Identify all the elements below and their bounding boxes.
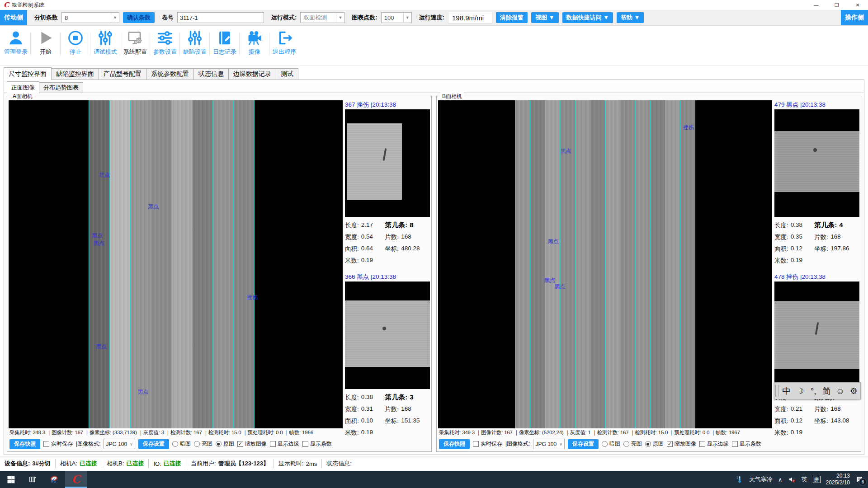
data-quick-access-menu-button[interactable]: 数据快捷访问 ▼ bbox=[562, 12, 613, 23]
camera-a-title: A面相机 bbox=[11, 93, 34, 100]
ime-language-bar[interactable]: 中☽°,简☺⚙ bbox=[774, 382, 861, 399]
checkbox-实时保存[interactable]: 实时保存 bbox=[43, 440, 73, 448]
control-label: 暗图 bbox=[609, 440, 620, 448]
ime-drag-handle[interactable] bbox=[775, 385, 778, 397]
tab-尺寸监控界面[interactable]: 尺寸监控界面 bbox=[4, 67, 52, 80]
tab-缺陷监控界面[interactable]: 缺陷监控界面 bbox=[51, 68, 99, 80]
image-format-select[interactable]: JPG 100∨ bbox=[104, 439, 135, 449]
toolbar-item-停止[interactable]: 停止 bbox=[61, 28, 90, 56]
film-strip bbox=[233, 100, 255, 428]
tab-系统参数配置[interactable]: 系统参数配置 bbox=[146, 68, 194, 80]
stat-pair: 米数:0.19 bbox=[774, 429, 814, 437]
checkbox-缩放图像[interactable]: ✓缩放图像 bbox=[237, 440, 267, 448]
user-icon bbox=[7, 29, 24, 47]
clock[interactable]: 20:132025/2/10 bbox=[826, 473, 850, 486]
toolbar-item-摄像[interactable]: 摄像 bbox=[240, 28, 269, 56]
start-button[interactable] bbox=[0, 471, 22, 488]
defect-card[interactable]: 366 黑点 |20:13:38长度:0.38第几条:3宽度:0.31片数:16… bbox=[345, 272, 430, 438]
defect-card[interactable]: 479 黑点 |20:13:38长度:0.38第几条:4宽度:0.35片数:16… bbox=[774, 100, 859, 266]
ime-chinese[interactable]: 中 bbox=[780, 387, 793, 395]
ime-punctuation-icon[interactable]: °, bbox=[807, 387, 820, 395]
snipping-tool-button[interactable] bbox=[43, 471, 65, 488]
film-strip bbox=[680, 100, 695, 428]
run-mode-select[interactable]: 双面检测▼ bbox=[300, 12, 344, 23]
checkbox-box bbox=[732, 441, 738, 447]
radio-亮图[interactable]: 亮图 bbox=[623, 440, 642, 448]
button-保存快照[interactable]: 保存快照 bbox=[439, 439, 470, 449]
help-menu-button[interactable]: 帮助 ▼ bbox=[617, 12, 644, 23]
volume-muted-icon[interactable] bbox=[788, 475, 796, 483]
ime-emoji-icon[interactable]: ☺ bbox=[834, 387, 847, 395]
hidden-icons-chevron[interactable]: ∧ bbox=[778, 476, 783, 483]
inspection-app-button[interactable]: C bbox=[65, 471, 87, 488]
checkbox-实时保存[interactable]: 实时保存 bbox=[473, 440, 502, 448]
stat-label: 第几条: bbox=[385, 221, 407, 230]
weather-text[interactable]: 天气寒冷 bbox=[749, 475, 773, 483]
chevron-down-icon: ▼ bbox=[403, 13, 410, 23]
button-保存快照[interactable]: 保存快照 bbox=[9, 439, 40, 449]
stat-pair: 宽度:0.54 bbox=[345, 233, 385, 241]
ime-moon-icon[interactable]: ☽ bbox=[793, 387, 807, 395]
action-center-icon[interactable]: 6 bbox=[855, 475, 863, 483]
ime-simplified[interactable]: 简 bbox=[820, 387, 834, 395]
ime-mode-indicator[interactable]: 拼 bbox=[813, 476, 821, 483]
chart-points-select[interactable]: 100▼ bbox=[381, 12, 412, 23]
drive-side-button[interactable]: 传动侧 bbox=[0, 10, 27, 25]
defect-header: 479 黑点 |20:13:38 bbox=[774, 100, 859, 109]
task-view-button[interactable] bbox=[22, 471, 43, 488]
defect-marker-label: 挫伤 bbox=[683, 124, 694, 131]
toolbar-item-管理登录[interactable]: 管理登录 bbox=[1, 28, 31, 56]
checkbox-缩放图像[interactable]: ✓缩放图像 bbox=[667, 440, 696, 448]
minimize-button[interactable]: — bbox=[806, 0, 826, 10]
check-icon: ✓ bbox=[668, 441, 672, 447]
defect-thumbnail bbox=[774, 109, 859, 217]
toolbar-item-开始[interactable]: 开始 bbox=[31, 28, 61, 56]
checkbox-显示边缘[interactable]: 显示边缘 bbox=[270, 440, 299, 448]
clear-alarm-button[interactable]: 清除报警 bbox=[496, 12, 528, 23]
restore-button[interactable]: ❐ bbox=[826, 0, 847, 10]
radio-原图[interactable]: 原图 bbox=[645, 440, 664, 448]
checkbox-显示条数[interactable]: 显示条数 bbox=[732, 440, 761, 448]
stat-value: 0.19 bbox=[361, 429, 373, 437]
slit-count-select[interactable]: 8▼ bbox=[61, 12, 119, 23]
toolbar-item-缺陷设置[interactable]: 缺陷设置 bbox=[180, 28, 210, 56]
language-indicator[interactable]: 英 bbox=[802, 475, 807, 483]
stat-label: 米数: bbox=[774, 257, 788, 265]
defect-card[interactable]: 367 挫伤 |20:13:38长度:2.17第几条:8宽度:0.54片数:16… bbox=[345, 100, 430, 266]
view-menu-button[interactable]: 视图 ▼ bbox=[531, 12, 558, 23]
tab-状态信息[interactable]: 状态信息 bbox=[193, 68, 229, 80]
weather-icon[interactable] bbox=[736, 475, 744, 483]
image-format-label: |图像格式: bbox=[76, 440, 100, 448]
operator-side-button[interactable]: 操作侧 bbox=[841, 10, 868, 25]
time: 20:13 bbox=[836, 473, 850, 479]
toolbar-item-退出程序[interactable]: 退出程序 bbox=[269, 28, 299, 56]
toolbar-item-日志记录[interactable]: 日志记录 bbox=[210, 28, 240, 56]
toolbar-item-系统配置[interactable]: 系统配置 bbox=[120, 28, 150, 56]
toolbar-item-参数设置[interactable]: 参数设置 bbox=[150, 28, 180, 56]
roll-number-input[interactable] bbox=[177, 12, 264, 23]
tab-正面图像[interactable]: 正面图像 bbox=[7, 81, 39, 93]
run-speed-label: 运行速度: bbox=[419, 14, 444, 22]
radio-原图[interactable]: 原图 bbox=[216, 440, 234, 448]
tab-分布趋势图表[interactable]: 分布趋势图表 bbox=[39, 82, 83, 93]
radio-亮图[interactable]: 亮图 bbox=[194, 440, 212, 448]
checkbox-显示条数[interactable]: 显示条数 bbox=[302, 440, 332, 448]
ime-settings-icon[interactable]: ⚙ bbox=[847, 387, 860, 395]
close-button[interactable]: ✕ bbox=[847, 0, 868, 10]
radio-暗图[interactable]: 暗图 bbox=[172, 440, 191, 448]
stat-row: 米数:0.19 bbox=[345, 255, 430, 266]
checkbox-显示边缘[interactable]: 显示边缘 bbox=[699, 440, 729, 448]
tab-边缘数据记录[interactable]: 边缘数据记录 bbox=[228, 68, 276, 80]
chart-points-label: 图表点数: bbox=[352, 14, 377, 22]
radio-暗图[interactable]: 暗图 bbox=[602, 440, 620, 448]
toolbar-item-调试模式[interactable]: 调试模式 bbox=[90, 28, 120, 56]
defect-card[interactable]: 478 挫伤 |20:13:38长度:0.57第几条:3宽度:0.21片数:16… bbox=[774, 272, 859, 438]
toolbar-item-label: 退出程序 bbox=[273, 48, 296, 56]
tab-测试[interactable]: 测试 bbox=[276, 68, 298, 80]
tab-产品型号配置[interactable]: 产品型号配置 bbox=[99, 68, 146, 80]
image-format-select[interactable]: JPG 100∨ bbox=[533, 439, 564, 449]
tunev2-icon bbox=[186, 29, 203, 47]
confirm-count-button[interactable]: 确认条数 bbox=[123, 12, 155, 23]
button-保存设置[interactable]: 保存设置 bbox=[568, 439, 599, 449]
button-保存设置[interactable]: 保存设置 bbox=[138, 439, 169, 449]
